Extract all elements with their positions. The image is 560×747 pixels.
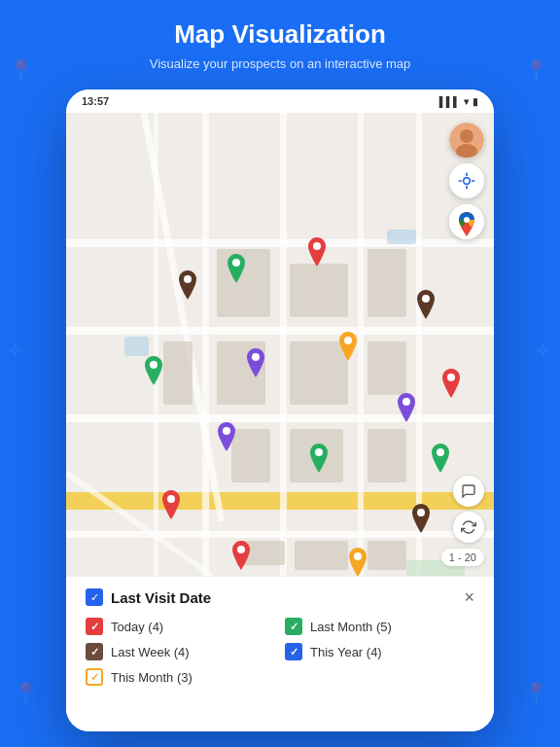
filter-checkbox-last-week[interactable]: ✓ — [86, 643, 103, 660]
map-pin-green-4[interactable] — [429, 444, 452, 473]
map-pin-green-3[interactable] — [307, 444, 331, 473]
map-pin-purple-3[interactable] — [215, 422, 238, 451]
svg-point-59 — [464, 217, 470, 223]
map-pagination: 1 - 20 — [441, 549, 484, 566]
svg-point-37 — [447, 374, 455, 381]
svg-point-44 — [252, 353, 260, 361]
status-icons: ▌▌▌ ▾ ▮ — [439, 96, 478, 107]
filter-panel: ✓ Last Visit Date × ✓ Today (4) ✓ Last M… — [66, 576, 494, 731]
svg-point-40 — [184, 275, 192, 283]
filter-label-this-month: This Month (3) — [111, 670, 192, 685]
map-pin-red-2[interactable] — [439, 369, 463, 398]
filter-item-this-month[interactable]: ✓ This Month (3) — [86, 668, 275, 686]
svg-point-53 — [464, 178, 471, 185]
panel-header: ✓ Last Visit Date × — [86, 588, 474, 606]
filter-item-this-year[interactable]: ✓ This Year (4) — [285, 643, 474, 660]
filter-item-last-week[interactable]: ✓ Last Week (4) — [86, 643, 275, 660]
page-subtitle: Visualize your prospects on an interacti… — [39, 55, 521, 73]
page-title: Map Visualization — [39, 19, 521, 50]
svg-point-31 — [232, 259, 240, 267]
map-view[interactable]: 1 - 20 — [66, 113, 494, 576]
map-pin-green-2[interactable] — [142, 356, 165, 385]
svg-point-33 — [315, 448, 323, 456]
filter-label-last-month: Last Month (5) — [310, 620, 392, 634]
close-button[interactable]: × — [464, 588, 474, 606]
svg-point-45 — [402, 398, 410, 406]
filter-checkbox-last-month[interactable]: ✓ — [285, 618, 302, 635]
svg-point-48 — [344, 337, 352, 344]
filter-label-this-year: This Year (4) — [310, 645, 382, 659]
svg-rect-16 — [368, 249, 406, 317]
svg-rect-7 — [202, 113, 209, 576]
svg-rect-23 — [368, 429, 406, 482]
map-pin-brown-3[interactable] — [409, 504, 433, 533]
svg-point-41 — [422, 295, 430, 302]
location-button[interactable] — [449, 163, 484, 198]
map-controls — [449, 123, 484, 239]
svg-rect-17 — [163, 341, 192, 405]
svg-point-32 — [150, 361, 158, 369]
google-maps-logo[interactable] — [449, 204, 484, 239]
battery-icon: ▮ — [472, 96, 478, 107]
avatar-button[interactable] — [449, 123, 484, 158]
chat-button[interactable] — [453, 476, 484, 507]
filter-checkbox-today[interactable]: ✓ — [86, 618, 103, 635]
svg-rect-27 — [124, 337, 149, 356]
map-pin-brown-2[interactable] — [414, 290, 438, 319]
map-pin-orange-1[interactable] — [336, 332, 360, 361]
panel-title: Last Visit Date — [111, 589, 211, 606]
svg-rect-28 — [387, 230, 416, 244]
map-pin-purple-1[interactable] — [244, 348, 267, 377]
svg-point-38 — [167, 495, 175, 503]
svg-point-46 — [223, 427, 230, 435]
svg-rect-15 — [290, 264, 348, 317]
svg-rect-25 — [295, 541, 348, 570]
map-pin-green-1[interactable] — [225, 254, 248, 283]
refresh-button[interactable] — [453, 512, 484, 543]
filter-checkbox-this-year[interactable]: ✓ — [285, 643, 302, 660]
filter-item-last-month[interactable]: ✓ Last Month (5) — [285, 618, 474, 635]
filter-item-today[interactable]: ✓ Today (4) — [86, 618, 275, 635]
status-bar: 13:57 ▌▌▌ ▾ ▮ — [66, 89, 494, 113]
panel-header-left: ✓ Last Visit Date — [86, 588, 211, 606]
map-pin-purple-2[interactable] — [395, 393, 418, 422]
svg-rect-20 — [368, 341, 406, 395]
svg-rect-26 — [368, 541, 406, 570]
map-pin-red-4[interactable] — [229, 541, 253, 570]
map-pin-red-1[interactable] — [305, 237, 329, 267]
status-time: 13:57 — [82, 95, 109, 107]
signal-icon: ▌▌▌ — [439, 96, 460, 107]
filter-grid: ✓ Today (4) ✓ Last Month (5) ✓ Last Week… — [86, 618, 474, 686]
page-header: Map Visualization Visualize your prospec… — [0, 0, 560, 87]
svg-point-34 — [437, 448, 444, 456]
map-bottom-controls — [453, 476, 484, 543]
svg-rect-8 — [280, 113, 287, 576]
svg-point-49 — [354, 552, 362, 560]
svg-point-51 — [460, 129, 473, 143]
map-pin-brown-1[interactable] — [176, 270, 199, 300]
svg-point-36 — [313, 242, 321, 250]
svg-line-13 — [66, 473, 212, 576]
filter-label-today: Today (4) — [111, 620, 163, 634]
svg-point-42 — [417, 509, 425, 516]
panel-checkbox[interactable]: ✓ — [86, 588, 103, 606]
wifi-icon: ▾ — [464, 96, 469, 107]
svg-point-39 — [237, 546, 245, 553]
map-pin-orange-2[interactable] — [346, 548, 369, 576]
phone-frame: 13:57 ▌▌▌ ▾ ▮ — [66, 89, 494, 731]
filter-checkbox-this-month[interactable]: ✓ — [86, 668, 103, 686]
map-pin-red-3[interactable] — [159, 490, 183, 519]
filter-label-last-week: Last Week (4) — [111, 645, 190, 659]
